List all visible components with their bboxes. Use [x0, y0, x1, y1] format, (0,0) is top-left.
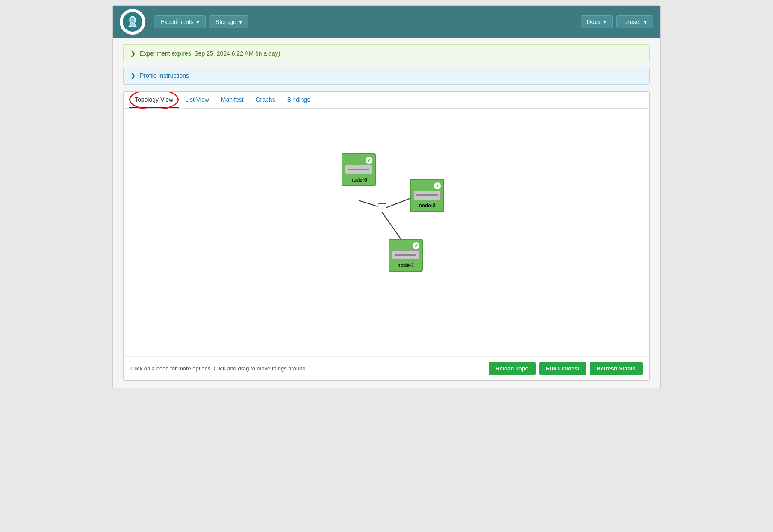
- node-2-device-icon: [413, 191, 441, 200]
- topo-switch[interactable]: [378, 203, 386, 212]
- run-linktest-button[interactable]: Run Linktest: [539, 362, 587, 375]
- docs-label: Docs: [587, 18, 601, 25]
- topo-hint-text: Click on a node for more options. Click …: [130, 365, 307, 372]
- tab-bar: Topology View List View Manifest Graphs …: [124, 92, 649, 109]
- tab-list-label: List View: [185, 96, 209, 103]
- experiments-chevron-icon: ▾: [196, 18, 199, 25]
- node-1[interactable]: ✓ node-1: [389, 239, 423, 272]
- user-chevron-icon: ▾: [644, 18, 647, 25]
- docs-chevron-icon: ▾: [603, 18, 606, 25]
- storage-label: Storage: [215, 18, 236, 25]
- main-content: ❯ Experiment expires: Sep 25, 2024 6:22 …: [113, 38, 660, 388]
- navbar: Experiments ▾ Storage ▾ Docs ▾ rpruser ▾: [113, 6, 660, 38]
- expiry-text: Experiment expires: Sep 25, 2024 6:22 AM…: [140, 50, 280, 57]
- tab-topology-label: Topology View: [135, 96, 173, 103]
- docs-menu-button[interactable]: Docs ▾: [581, 15, 613, 28]
- storage-menu-button[interactable]: Storage ▾: [209, 15, 248, 28]
- node-1-device-icon: [392, 250, 419, 260]
- node-2[interactable]: ✓ node-2: [410, 179, 444, 212]
- tab-topology-view[interactable]: Topology View: [129, 92, 179, 108]
- expiry-alert: ❯ Experiment expires: Sep 25, 2024 6:22 …: [123, 44, 650, 62]
- expiry-arrow-icon: ❯: [130, 50, 136, 57]
- node-1-label: node-1: [397, 262, 414, 268]
- node-0-status-icon: ✓: [366, 157, 372, 164]
- tab-list-view[interactable]: List View: [179, 92, 215, 108]
- topo-footer: Click on a node for more options. Click …: [124, 356, 649, 380]
- tab-manifest[interactable]: Manifest: [215, 92, 250, 108]
- profile-alert[interactable]: ❯ Profile Instructions: [123, 67, 650, 85]
- node-0[interactable]: ✓ node-0: [342, 153, 376, 186]
- node-2-header: ✓: [413, 182, 442, 189]
- nav-left-buttons: Experiments ▾ Storage ▾: [154, 15, 248, 28]
- user-menu-button[interactable]: rpruser ▾: [616, 15, 653, 28]
- logo-inner: [123, 12, 142, 32]
- profile-arrow-icon: ❯: [130, 72, 136, 79]
- node-0-device-icon: [345, 165, 372, 174]
- node-2-label: node-2: [419, 203, 435, 209]
- reload-topo-button[interactable]: Reload Topo: [489, 362, 536, 375]
- experiments-menu-button[interactable]: Experiments ▾: [154, 15, 206, 28]
- node-0-label: node-0: [350, 177, 367, 183]
- node-1-header: ✓: [391, 241, 420, 249]
- app-frame: Experiments ▾ Storage ▾ Docs ▾ rpruser ▾…: [112, 5, 661, 388]
- tab-panel: Topology View List View Manifest Graphs …: [123, 91, 650, 381]
- logo-icon: [127, 16, 139, 28]
- tab-bindings[interactable]: Bindings: [281, 92, 316, 108]
- node-2-status-icon: ✓: [434, 182, 441, 189]
- nav-right-buttons: Docs ▾ rpruser ▾: [581, 15, 653, 28]
- tab-graphs[interactable]: Graphs: [250, 92, 281, 108]
- topology-canvas: ✓ node-0 ✓ node-2: [124, 109, 649, 356]
- logo: [120, 9, 145, 35]
- tab-manifest-label: Manifest: [221, 96, 244, 103]
- node-0-header: ✓: [344, 156, 373, 164]
- tab-graphs-label: Graphs: [256, 96, 275, 103]
- experiments-label: Experiments: [160, 18, 194, 25]
- footer-buttons: Reload Topo Run Linktest Refresh Status: [489, 362, 643, 375]
- refresh-status-button[interactable]: Refresh Status: [590, 362, 643, 375]
- profile-text: Profile Instructions: [140, 72, 189, 79]
- tab-bindings-label: Bindings: [287, 96, 310, 103]
- storage-chevron-icon: ▾: [239, 18, 242, 25]
- node-1-status-icon: ✓: [413, 242, 419, 249]
- topology-svg: [124, 109, 649, 356]
- user-label: rpruser: [623, 18, 641, 25]
- svg-point-2: [132, 19, 133, 21]
